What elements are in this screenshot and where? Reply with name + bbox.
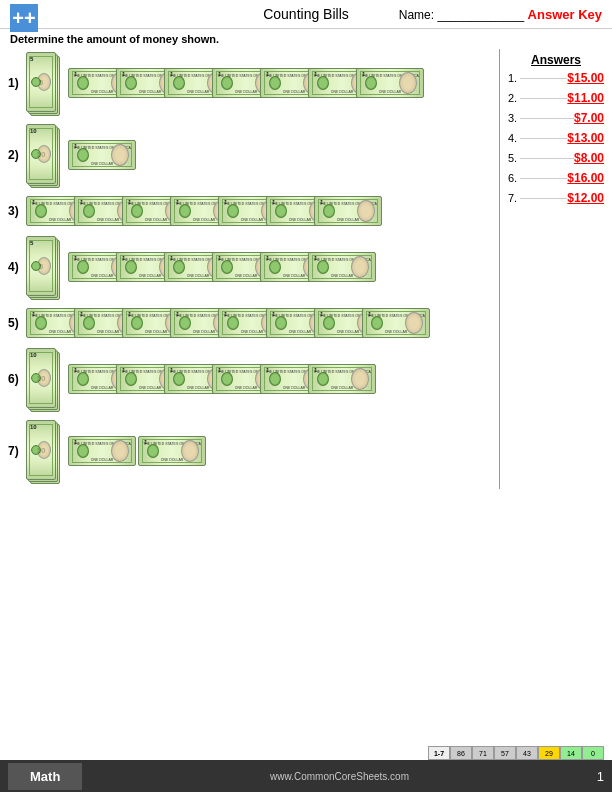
bills-container: 5 5 5 5 5 xyxy=(26,236,376,298)
answers-column: Answers 1. $15.00 2. $11.00 3. $7.00 4. … xyxy=(499,49,604,489)
bill-1: 1 THE UNITED STATES OF AMERICA ONE DOLLA… xyxy=(314,196,382,226)
problem-row: 4) 5 5 5 5 xyxy=(8,233,494,301)
problem-number: 7) xyxy=(8,444,26,458)
answer-value: $11.00 xyxy=(567,91,604,105)
main-content: 1) 5 5 5 5 xyxy=(0,49,612,489)
page-title: Counting Bills xyxy=(263,6,349,22)
problem-number: 5) xyxy=(8,316,26,330)
answer-num: 5. xyxy=(508,152,517,164)
stat-14: 14 xyxy=(560,746,582,760)
answer-value: $7.00 xyxy=(574,111,604,125)
stat-29: 29 xyxy=(538,746,560,760)
answer-item: 3. $7.00 xyxy=(508,111,604,125)
answer-item: 2. $11.00 xyxy=(508,91,604,105)
bill-10: 10 10 xyxy=(26,420,56,480)
answer-num: 7. xyxy=(508,192,517,204)
bills-1-group: 1 THE UNITED STATES OF AMERICA ONE DOLLA… xyxy=(68,68,424,98)
bill-1: 1 THE UNITED STATES OF AMERICA ONE DOLLA… xyxy=(68,140,136,170)
page-header: + Counting Bills Name: _____________ Ans… xyxy=(0,0,612,29)
stat-0: 0 xyxy=(582,746,604,760)
problem-number: 6) xyxy=(8,372,26,386)
answer-value: $16.00 xyxy=(567,171,604,185)
header-name-area: Name: _____________ Answer Key xyxy=(399,7,602,22)
logo-icon: + xyxy=(10,4,38,32)
stats-row: 1-7 86 71 57 43 29 14 0 xyxy=(428,746,604,760)
problem-row: 3) 1 THE UNITED STATES OF AMERICA ONE DO… xyxy=(8,193,494,229)
problems-area: 1) 5 5 5 5 xyxy=(8,49,499,489)
bills-1-group: 1 THE UNITED STATES OF AMERICA ONE DOLLA… xyxy=(68,252,376,282)
bill-5: 5 5 xyxy=(26,236,56,296)
stat-range: 1-7 xyxy=(428,746,450,760)
footer-page: 1 xyxy=(597,769,604,784)
answer-key-label: Answer Key xyxy=(528,7,602,22)
bill-1: 1 THE UNITED STATES OF AMERICA ONE DOLLA… xyxy=(308,364,376,394)
problem-row: 1) 5 5 5 5 xyxy=(8,49,494,117)
stat-71: 71 xyxy=(472,746,494,760)
instructions-text: Determine the amount of money shown. xyxy=(0,29,612,49)
bill-1: 1 THE UNITED STATES OF AMERICA ONE DOLLA… xyxy=(68,436,136,466)
answer-item: 4. $13.00 xyxy=(508,131,604,145)
bill-1: 1 THE UNITED STATES OF AMERICA ONE DOLLA… xyxy=(356,68,424,98)
answer-item: 6. $16.00 xyxy=(508,171,604,185)
problem-number: 1) xyxy=(8,76,26,90)
bill-10: 10 10 xyxy=(26,348,56,408)
bills-container: 10 10 10 10 10 xyxy=(26,124,136,186)
bill-1: 1 THE UNITED STATES OF AMERICA ONE DOLLA… xyxy=(308,252,376,282)
bill-10: 10 10 xyxy=(26,124,56,184)
answer-item: 1. $15.00 xyxy=(508,71,604,85)
answer-value: $8.00 xyxy=(574,151,604,165)
problem-row: 2) 10 10 10 10 xyxy=(8,121,494,189)
answer-num: 6. xyxy=(508,172,517,184)
problem-number: 2) xyxy=(8,148,26,162)
answer-num: 3. xyxy=(508,112,517,124)
problem-number: 4) xyxy=(8,260,26,274)
bill-1: 1 THE UNITED STATES OF AMERICA ONE DOLLA… xyxy=(362,308,430,338)
answer-num: 4. xyxy=(508,132,517,144)
stat-86: 86 xyxy=(450,746,472,760)
bills-1-group: 1 THE UNITED STATES OF AMERICA ONE DOLLA… xyxy=(26,196,382,226)
bills-container: 10 10 10 10 10 xyxy=(26,420,206,482)
answer-num: 2. xyxy=(508,92,517,104)
page-footer: Math www.CommonCoreSheets.com 1 xyxy=(0,760,612,792)
answer-value: $12.00 xyxy=(567,191,604,205)
stat-43: 43 xyxy=(516,746,538,760)
problem-row: 5) 1 THE UNITED STATES OF AMERICA ONE DO… xyxy=(8,305,494,341)
answers-header: Answers xyxy=(508,53,604,67)
answer-num: 1. xyxy=(508,72,517,84)
answer-item: 5. $8.00 xyxy=(508,151,604,165)
bills-container: 1 THE UNITED STATES OF AMERICA ONE DOLLA… xyxy=(26,308,430,338)
bill-5: 5 5 xyxy=(26,52,56,112)
bills-1-group: 1 THE UNITED STATES OF AMERICA ONE DOLLA… xyxy=(68,364,376,394)
answer-value: $15.00 xyxy=(567,71,604,85)
problem-row: 7) 10 10 10 10 xyxy=(8,417,494,485)
bills-1-group: 1 THE UNITED STATES OF AMERICA ONE DOLLA… xyxy=(26,308,430,338)
problem-row: 6) 10 10 10 10 xyxy=(8,345,494,413)
footer-url: www.CommonCoreSheets.com xyxy=(82,771,596,782)
answer-value: $13.00 xyxy=(567,131,604,145)
bill-1: 1 THE UNITED STATES OF AMERICA ONE DOLLA… xyxy=(138,436,206,466)
problem-number: 3) xyxy=(8,204,26,218)
stats-area: 1-7 86 71 57 43 29 14 0 xyxy=(428,746,604,760)
bills-container: 10 10 10 10 10 xyxy=(26,348,376,410)
footer-math-label: Math xyxy=(8,763,82,790)
stat-57: 57 xyxy=(494,746,516,760)
answer-item: 7. $12.00 xyxy=(508,191,604,205)
bills-container: 5 5 5 5 5 xyxy=(26,52,424,114)
bills-container: 1 THE UNITED STATES OF AMERICA ONE DOLLA… xyxy=(26,196,382,226)
